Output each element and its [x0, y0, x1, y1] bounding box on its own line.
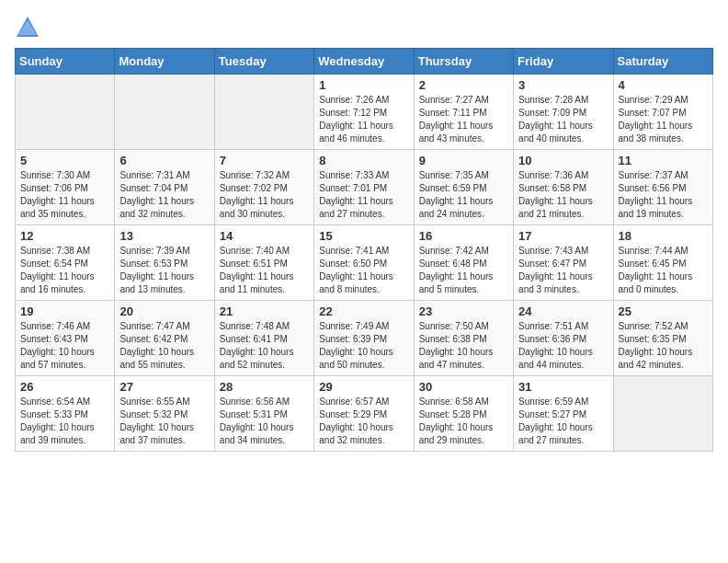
day-info: Sunrise: 7:30 AM Sunset: 7:06 PM Dayligh… [20, 169, 109, 221]
day-info: Sunrise: 7:42 AM Sunset: 6:48 PM Dayligh… [419, 245, 508, 296]
calendar-cell [214, 75, 313, 150]
day-number: 9 [419, 154, 508, 167]
day-info: Sunrise: 7:50 AM Sunset: 6:38 PM Dayligh… [419, 320, 508, 372]
day-number: 21 [220, 304, 309, 318]
day-number: 14 [220, 229, 309, 243]
calendar-cell: 14Sunrise: 7:40 AM Sunset: 6:51 PM Dayli… [214, 225, 313, 301]
day-info: Sunrise: 7:37 AM Sunset: 6:56 PM Dayligh… [619, 169, 708, 221]
day-number: 4 [619, 78, 708, 92]
calendar-cell: 4Sunrise: 7:29 AM Sunset: 7:07 PM Daylig… [613, 75, 712, 150]
day-info: Sunrise: 6:59 AM Sunset: 5:27 PM Dayligh… [518, 396, 608, 447]
day-info: Sunrise: 7:36 AM Sunset: 6:58 PM Dayligh… [518, 169, 608, 221]
day-number: 16 [419, 229, 508, 243]
page-header [15, 15, 713, 40]
day-number: 30 [419, 380, 508, 394]
calendar-cell: 29Sunrise: 6:57 AM Sunset: 5:29 PM Dayli… [314, 376, 414, 452]
day-info: Sunrise: 7:47 AM Sunset: 6:42 PM Dayligh… [119, 320, 209, 372]
calendar-cell: 16Sunrise: 7:42 AM Sunset: 6:48 PM Dayli… [414, 225, 513, 301]
day-of-week-header: Thursday [414, 49, 513, 75]
day-number: 11 [619, 154, 708, 167]
logo [15, 15, 44, 40]
calendar-cell: 26Sunrise: 6:54 AM Sunset: 5:33 PM Dayli… [16, 376, 115, 452]
day-number: 25 [619, 304, 708, 318]
calendar-week-row: 19Sunrise: 7:46 AM Sunset: 6:43 PM Dayli… [16, 301, 713, 376]
day-number: 27 [119, 380, 209, 394]
day-info: Sunrise: 7:26 AM Sunset: 7:12 PM Dayligh… [319, 94, 408, 145]
day-info: Sunrise: 6:55 AM Sunset: 5:32 PM Dayligh… [119, 396, 209, 447]
day-number: 10 [518, 154, 608, 167]
day-number: 19 [20, 304, 109, 318]
day-number: 28 [220, 380, 309, 394]
logo-icon [15, 15, 40, 40]
day-number: 5 [20, 154, 109, 167]
day-info: Sunrise: 6:54 AM Sunset: 5:33 PM Dayligh… [20, 396, 109, 447]
day-of-week-header: Wednesday [314, 49, 414, 75]
calendar-cell: 17Sunrise: 7:43 AM Sunset: 6:47 PM Dayli… [514, 225, 613, 301]
calendar-table: SundayMondayTuesdayWednesdayThursdayFrid… [15, 48, 713, 452]
calendar-cell: 25Sunrise: 7:52 AM Sunset: 6:35 PM Dayli… [613, 301, 712, 376]
day-number: 22 [319, 304, 408, 318]
day-number: 23 [419, 304, 508, 318]
day-info: Sunrise: 7:28 AM Sunset: 7:09 PM Dayligh… [518, 94, 608, 145]
calendar-week-row: 12Sunrise: 7:38 AM Sunset: 6:54 PM Dayli… [16, 225, 713, 301]
day-number: 29 [319, 380, 408, 394]
day-info: Sunrise: 7:41 AM Sunset: 6:50 PM Dayligh… [319, 245, 408, 296]
day-of-week-header: Tuesday [214, 49, 313, 75]
svg-marker-1 [18, 20, 37, 35]
calendar-cell: 19Sunrise: 7:46 AM Sunset: 6:43 PM Dayli… [16, 301, 115, 376]
day-number: 20 [119, 304, 209, 318]
day-number: 24 [518, 304, 608, 318]
calendar-week-row: 26Sunrise: 6:54 AM Sunset: 5:33 PM Dayli… [16, 376, 713, 452]
day-number: 26 [20, 380, 109, 394]
day-info: Sunrise: 7:43 AM Sunset: 6:47 PM Dayligh… [518, 245, 608, 296]
calendar-cell: 5Sunrise: 7:30 AM Sunset: 7:06 PM Daylig… [16, 150, 115, 225]
day-number: 17 [518, 229, 608, 243]
calendar-cell: 13Sunrise: 7:39 AM Sunset: 6:53 PM Dayli… [115, 225, 214, 301]
calendar-cell: 2Sunrise: 7:27 AM Sunset: 7:11 PM Daylig… [414, 75, 513, 150]
day-number: 12 [20, 229, 109, 243]
day-info: Sunrise: 7:29 AM Sunset: 7:07 PM Dayligh… [619, 94, 708, 145]
calendar-cell: 6Sunrise: 7:31 AM Sunset: 7:04 PM Daylig… [115, 150, 214, 225]
day-number: 6 [119, 154, 209, 167]
calendar-cell: 30Sunrise: 6:58 AM Sunset: 5:28 PM Dayli… [414, 376, 513, 452]
day-number: 15 [319, 229, 408, 243]
day-of-week-header: Sunday [16, 49, 115, 75]
day-info: Sunrise: 7:52 AM Sunset: 6:35 PM Dayligh… [619, 320, 708, 372]
day-number: 1 [319, 78, 408, 92]
calendar-week-row: 5Sunrise: 7:30 AM Sunset: 7:06 PM Daylig… [16, 150, 713, 225]
day-info: Sunrise: 7:51 AM Sunset: 6:36 PM Dayligh… [518, 320, 608, 372]
day-info: Sunrise: 6:56 AM Sunset: 5:31 PM Dayligh… [220, 396, 309, 447]
calendar-cell [16, 75, 115, 150]
day-info: Sunrise: 7:40 AM Sunset: 6:51 PM Dayligh… [220, 245, 309, 296]
day-info: Sunrise: 7:31 AM Sunset: 7:04 PM Dayligh… [119, 169, 209, 221]
calendar-cell: 23Sunrise: 7:50 AM Sunset: 6:38 PM Dayli… [414, 301, 513, 376]
day-info: Sunrise: 7:49 AM Sunset: 6:39 PM Dayligh… [319, 320, 408, 372]
calendar-cell: 15Sunrise: 7:41 AM Sunset: 6:50 PM Dayli… [314, 225, 414, 301]
calendar-cell: 1Sunrise: 7:26 AM Sunset: 7:12 PM Daylig… [314, 75, 414, 150]
calendar-cell: 9Sunrise: 7:35 AM Sunset: 6:59 PM Daylig… [414, 150, 513, 225]
day-info: Sunrise: 7:46 AM Sunset: 6:43 PM Dayligh… [20, 320, 109, 372]
day-info: Sunrise: 6:57 AM Sunset: 5:29 PM Dayligh… [319, 396, 408, 447]
calendar-cell: 8Sunrise: 7:33 AM Sunset: 7:01 PM Daylig… [314, 150, 414, 225]
day-of-week-header: Saturday [613, 49, 712, 75]
day-number: 31 [518, 380, 608, 394]
day-info: Sunrise: 7:27 AM Sunset: 7:11 PM Dayligh… [419, 94, 508, 145]
day-info: Sunrise: 7:35 AM Sunset: 6:59 PM Dayligh… [419, 169, 508, 221]
calendar-header-row: SundayMondayTuesdayWednesdayThursdayFrid… [16, 49, 713, 75]
calendar-cell [115, 75, 214, 150]
day-info: Sunrise: 7:44 AM Sunset: 6:45 PM Dayligh… [619, 245, 708, 296]
day-info: Sunrise: 7:32 AM Sunset: 7:02 PM Dayligh… [220, 169, 309, 221]
calendar-cell: 28Sunrise: 6:56 AM Sunset: 5:31 PM Dayli… [214, 376, 313, 452]
calendar-cell: 12Sunrise: 7:38 AM Sunset: 6:54 PM Dayli… [16, 225, 115, 301]
calendar-cell: 31Sunrise: 6:59 AM Sunset: 5:27 PM Dayli… [514, 376, 613, 452]
day-number: 18 [619, 229, 708, 243]
calendar-cell: 18Sunrise: 7:44 AM Sunset: 6:45 PM Dayli… [613, 225, 712, 301]
day-info: Sunrise: 7:33 AM Sunset: 7:01 PM Dayligh… [319, 169, 408, 221]
day-number: 7 [220, 154, 309, 167]
calendar-cell: 22Sunrise: 7:49 AM Sunset: 6:39 PM Dayli… [314, 301, 414, 376]
day-number: 3 [518, 78, 608, 92]
day-of-week-header: Friday [514, 49, 613, 75]
day-info: Sunrise: 7:38 AM Sunset: 6:54 PM Dayligh… [20, 245, 109, 296]
day-info: Sunrise: 6:58 AM Sunset: 5:28 PM Dayligh… [419, 396, 508, 447]
calendar-cell: 24Sunrise: 7:51 AM Sunset: 6:36 PM Dayli… [514, 301, 613, 376]
